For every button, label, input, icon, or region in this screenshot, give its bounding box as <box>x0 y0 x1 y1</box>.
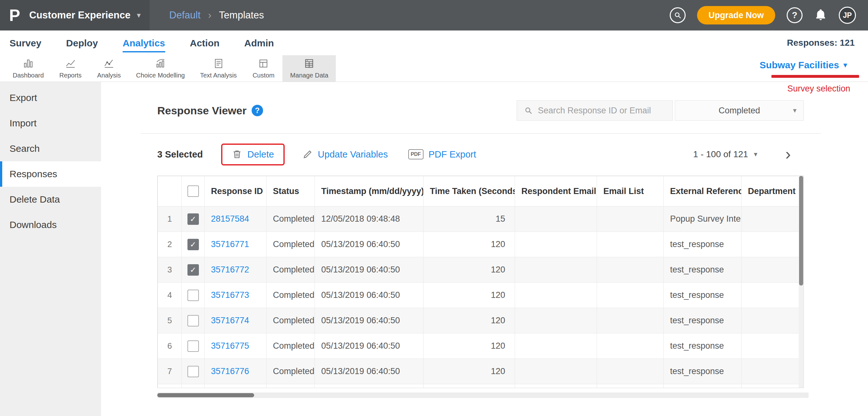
response-id-link[interactable]: 35716771 <box>211 239 249 249</box>
sidebar-item-export[interactable]: Export <box>0 85 101 110</box>
timestamp-header[interactable]: Timestamp (mm/dd/yyyy)▲▼ <box>315 176 424 206</box>
time-taken-header[interactable]: Time Taken (Seconds)▲▼ <box>424 176 515 206</box>
upgrade-now-button[interactable]: Upgrade Now <box>697 6 775 25</box>
select-all-checkbox[interactable] <box>187 186 199 197</box>
help-icon[interactable]: ? <box>787 7 803 23</box>
action-row: 3 Selected Delete Update Variables PDF P… <box>157 141 821 168</box>
tab-survey[interactable]: Survey <box>9 33 41 53</box>
row-checkbox[interactable] <box>187 366 199 377</box>
toolbar-item-label: Dashboard <box>13 72 44 79</box>
trash-icon <box>232 149 242 159</box>
title-row: Response Viewer ? Completed ▾ <box>157 100 821 121</box>
analytics-toolbar: DashboardReportsAnalysisChoice Modelling… <box>0 55 868 82</box>
toolbar-item-reports[interactable]: Reports <box>52 55 90 82</box>
response-id-link[interactable]: 35716776 <box>211 366 249 376</box>
toolbar-item-dashboard[interactable]: Dashboard <box>5 55 52 82</box>
response-id-link[interactable]: 35716772 <box>211 265 249 275</box>
response-search <box>517 100 673 121</box>
row-checkbox[interactable] <box>187 341 199 352</box>
tab-action[interactable]: Action <box>190 33 220 53</box>
search-icon[interactable] <box>670 7 686 23</box>
time-taken-cell: 120 <box>424 333 515 359</box>
title-help-icon[interactable]: ? <box>252 105 263 116</box>
toolbar-item-choice-modelling[interactable]: Choice Modelling <box>128 55 192 82</box>
pencil-icon <box>303 149 313 159</box>
row-checkbox[interactable] <box>187 315 199 326</box>
row-number: 6 <box>158 333 182 359</box>
vertical-scrollbar-thumb[interactable] <box>799 176 803 286</box>
sidebar-item-downloads[interactable]: Downloads <box>0 212 101 237</box>
user-avatar[interactable]: JP <box>839 7 856 24</box>
caret-down-icon: ▾ <box>754 150 757 158</box>
workspace-switcher[interactable]: P Customer Experience ▾ <box>0 0 150 31</box>
horizontal-scrollbar-thumb[interactable] <box>157 393 254 397</box>
toolbar-item-text-analysis[interactable]: Text Analysis <box>192 55 245 82</box>
search-input-icon <box>524 106 533 115</box>
tab-analytics[interactable]: Analytics <box>123 33 165 53</box>
toolbar-item-custom[interactable]: Custom <box>244 55 282 82</box>
row-checkbox[interactable]: ✓ <box>187 239 199 250</box>
row-checkbox[interactable] <box>187 290 199 301</box>
sidebar-item-search[interactable]: Search <box>0 136 101 161</box>
app-page: P Customer Experience ▾ Default › Templa… <box>0 0 868 416</box>
app-logo[interactable]: P <box>0 0 29 31</box>
survey-selector-dropdown[interactable]: Subway Facilities ▾ <box>760 60 847 70</box>
response-id-link[interactable]: 35716775 <box>211 341 249 351</box>
pagination-dropdown[interactable]: 1 - 100 of 121 ▾ <box>693 149 757 159</box>
time-taken-cell: 15 <box>424 206 515 232</box>
toolbar-item-manage-data[interactable]: XManage Data <box>282 55 336 82</box>
row-checkbox[interactable]: ✓ <box>187 214 199 225</box>
next-page-button[interactable]: › <box>785 148 791 161</box>
status-header: Status <box>267 176 315 206</box>
delete-button[interactable]: Delete <box>232 149 274 160</box>
notifications-bell-icon[interactable] <box>814 8 827 23</box>
department-cell <box>742 308 804 333</box>
table-row: 1✓28157584Completed12/05/2018 09:48:4815… <box>158 206 804 232</box>
timestamp-cell: 05/13/2019 06:40:50 <box>315 283 424 308</box>
tab-admin[interactable]: Admin <box>244 33 274 53</box>
respondent-email-header: Respondent Email <box>515 176 597 206</box>
status-cell: Completed <box>267 232 315 257</box>
caret-down-icon: ▾ <box>793 106 797 115</box>
row-number-header <box>158 176 182 206</box>
sidebar-item-import[interactable]: Import <box>0 110 101 136</box>
search-input[interactable] <box>538 106 665 116</box>
update-variables-label: Update Variables <box>318 149 388 160</box>
toolbar-item-label: Custom <box>253 72 275 79</box>
horizontal-scrollbar[interactable] <box>157 392 809 398</box>
breadcrumb-parent-link[interactable]: Default <box>169 9 200 21</box>
tab-deploy[interactable]: Deploy <box>66 33 98 53</box>
department-header: Department <box>742 176 804 206</box>
toolbar-item-analysis[interactable]: Analysis <box>90 55 128 82</box>
survey-selector-label: Subway Facilities <box>760 60 839 70</box>
external-reference-cell: test_response <box>664 232 742 257</box>
sidebar: ExportImportSearchResponsesDelete DataDo… <box>0 82 101 416</box>
respondent-email-cell <box>515 206 597 232</box>
response-table-clip: Response ID▼ Status Timestamp (mm/dd/yyy… <box>157 175 804 388</box>
table-row: 3✓35716772Completed05/13/2019 06:40:5012… <box>158 257 804 283</box>
response-id-link[interactable]: 35716774 <box>211 316 249 325</box>
selected-count: 3 Selected <box>157 149 203 160</box>
response-id-link[interactable]: 35716773 <box>211 290 249 300</box>
top-bar: P Customer Experience ▾ Default › Templa… <box>0 0 868 31</box>
choice-modelling-icon <box>155 58 166 70</box>
row-checkbox[interactable]: ✓ <box>187 264 199 276</box>
external-reference-header: External Reference <box>664 176 742 206</box>
row-number: 1 <box>158 206 182 232</box>
row-number: 7 <box>158 359 182 384</box>
table-row-partial <box>158 384 804 388</box>
external-reference-cell: test_response <box>664 257 742 283</box>
vertical-scrollbar[interactable] <box>799 176 804 388</box>
update-variables-button[interactable]: Update Variables <box>303 149 388 160</box>
response-id-header[interactable]: Response ID▼ <box>205 176 267 206</box>
response-id-link[interactable]: 28157584 <box>211 214 249 224</box>
sidebar-item-delete-data[interactable]: Delete Data <box>0 187 101 212</box>
time-taken-cell: 120 <box>424 257 515 283</box>
table-body: 1✓28157584Completed12/05/2018 09:48:4815… <box>158 206 804 388</box>
page-title: Response Viewer <box>157 104 247 117</box>
pdf-export-button[interactable]: PDF PDF Export <box>408 149 476 160</box>
workspace-caret-down-icon: ▾ <box>137 11 141 20</box>
sidebar-item-responses[interactable]: Responses <box>0 161 101 187</box>
time-taken-cell: 120 <box>424 232 515 257</box>
status-filter-dropdown[interactable]: Completed ▾ <box>675 100 804 121</box>
